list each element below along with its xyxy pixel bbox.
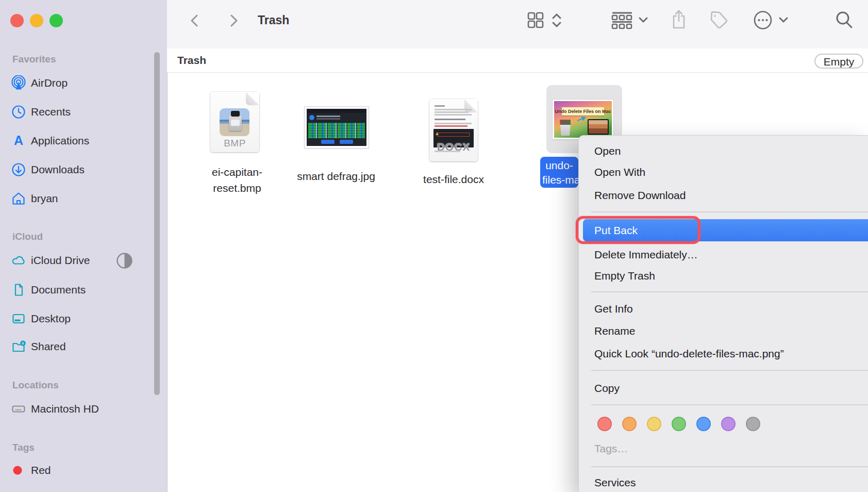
menu-item-open[interactable]: Open xyxy=(594,143,868,158)
shared-folder-icon xyxy=(11,339,26,354)
group-by-chevron-icon[interactable] xyxy=(637,16,656,35)
tag-color-orange[interactable] xyxy=(622,417,637,431)
selected-file-name-label[interactable]: undo- files-ma xyxy=(540,157,578,188)
trash-can-graphic xyxy=(559,120,572,136)
menu-item-delete-immediately[interactable]: Delete Immediately… xyxy=(594,247,868,262)
bmp-badge: BMP xyxy=(210,138,259,149)
sidebar-scrollbar[interactable] xyxy=(154,52,160,395)
file-icon-docx[interactable]: DOCX xyxy=(429,99,478,161)
empty-trash-button[interactable]: Empty xyxy=(814,54,863,69)
sidebar-item-shared[interactable]: Shared xyxy=(0,339,154,354)
thumbnail-banner-text: Undo Delete Files on Mac xyxy=(562,107,605,116)
icloud-drive-icon xyxy=(11,253,26,268)
sidebar-item-macintosh-hd[interactable]: Macintosh HD xyxy=(0,401,154,417)
home-icon xyxy=(11,191,26,206)
context-menu: OpenOpen WithRemove DownloadPut BackDele… xyxy=(578,135,868,492)
minimize-button[interactable] xyxy=(30,14,43,27)
tag-color-gray[interactable] xyxy=(746,417,760,431)
file-icon-jpg[interactable] xyxy=(305,107,369,148)
file-label[interactable]: smart defrag.jpg xyxy=(290,170,382,183)
menu-item-rename[interactable]: Rename xyxy=(594,323,868,338)
back-button[interactable] xyxy=(187,12,205,31)
menu-item-tags[interactable]: Tags… xyxy=(594,441,868,456)
applications-icon: A xyxy=(11,133,26,149)
png-thumbnail: Undo Delete Files on Mac xyxy=(554,101,612,138)
ink-bottle-graphic xyxy=(229,116,242,131)
location-title: Trash xyxy=(177,54,206,67)
file-label[interactable]: ei-capitan- reset.bmp xyxy=(191,164,283,196)
sidebar-item-applications[interactable]: AApplications xyxy=(0,133,154,149)
page-fold xyxy=(246,92,259,105)
downloads-icon xyxy=(11,162,26,177)
menu-separator xyxy=(591,404,868,405)
svg-text:A: A xyxy=(14,133,23,147)
window-title: Trash xyxy=(258,13,289,27)
tag-color-red[interactable] xyxy=(597,417,612,431)
hard-drive-icon xyxy=(11,401,26,417)
menu-separator xyxy=(591,211,868,212)
sidebar-section-header: Locations xyxy=(12,379,59,391)
laptop-graphic xyxy=(588,119,609,135)
file-icon-bmp[interactable]: BMP xyxy=(210,92,259,152)
tag-color-yellow[interactable] xyxy=(647,417,661,431)
page-fold xyxy=(464,99,478,112)
sidebar-item-bryan[interactable]: bryan xyxy=(0,191,154,206)
menu-separator xyxy=(591,291,868,292)
put-back-annotation-ring xyxy=(576,216,700,244)
pathbar: Trash Empty xyxy=(167,48,868,73)
sidebar-item-red[interactable]: Red xyxy=(0,463,154,478)
menu-item-services[interactable]: Services xyxy=(594,475,868,490)
menu-item-empty-trash[interactable]: Empty Trash xyxy=(594,268,868,283)
finder-window: Favorites AirDropRecentsAApplicationsDow… xyxy=(0,0,868,492)
sidebar-item-documents[interactable]: Documents xyxy=(0,282,154,298)
icon-view-button[interactable] xyxy=(526,11,545,29)
red-tag-icon xyxy=(11,463,26,478)
blue-arrow-graphic xyxy=(576,115,587,123)
tag-color-blue[interactable] xyxy=(696,417,711,431)
sidebar-item-desktop[interactable]: Desktop xyxy=(0,311,154,326)
defrag-screenshot xyxy=(307,109,366,146)
sidebar-item-icloud-drive[interactable]: iCloud Drive xyxy=(0,253,154,268)
menu-item-quick-look-undo-delete-files-mac-png[interactable]: Quick Look “undo-delete-files-mac.png” xyxy=(594,346,868,361)
tags-button[interactable] xyxy=(708,10,727,28)
close-button[interactable] xyxy=(10,14,24,27)
file-icon-png-selected[interactable]: Undo Delete Files on Mac xyxy=(553,100,613,139)
sidebar-item-recents[interactable]: Recents xyxy=(0,104,154,120)
menu-separator xyxy=(591,370,868,371)
sync-progress-icon xyxy=(116,253,132,268)
more-actions-button[interactable] xyxy=(754,11,772,29)
menu-separator xyxy=(591,466,868,467)
search-icon[interactable] xyxy=(834,10,853,29)
sidebar-section-header: iCloud xyxy=(12,231,43,243)
group-by-button[interactable] xyxy=(611,11,630,29)
menu-item-remove-download[interactable]: Remove Download xyxy=(594,188,868,203)
sidebar: Favorites AirDropRecentsAApplicationsDow… xyxy=(0,0,168,492)
sidebar-section-header: Tags xyxy=(12,441,35,454)
sidebar-section-header: Favorites xyxy=(12,53,56,65)
menu-item-get-info[interactable]: Get Info xyxy=(594,301,868,316)
file-label[interactable]: test-file.docx xyxy=(407,173,500,186)
forward-button[interactable] xyxy=(225,12,244,31)
toolbar: Trash xyxy=(167,0,868,49)
menu-item-open-with[interactable]: Open With xyxy=(594,165,868,179)
more-actions-chevron-icon[interactable] xyxy=(777,16,796,35)
sidebar-item-airdrop[interactable]: AirDrop xyxy=(0,75,154,91)
tag-color-green[interactable] xyxy=(672,417,686,431)
docx-badge: DOCX xyxy=(429,141,478,153)
sidebar-item-downloads[interactable]: Downloads xyxy=(0,162,154,177)
view-chevrons-icon[interactable] xyxy=(551,13,570,31)
documents-icon xyxy=(11,282,26,298)
airdrop-icon xyxy=(11,75,26,91)
recents-icon xyxy=(11,104,26,120)
menu-item-copy[interactable]: Copy xyxy=(594,381,868,396)
tag-color-purple[interactable] xyxy=(721,417,736,431)
zoom-button[interactable] xyxy=(49,14,63,27)
share-button[interactable] xyxy=(670,9,689,28)
desktop-icon xyxy=(11,311,26,326)
